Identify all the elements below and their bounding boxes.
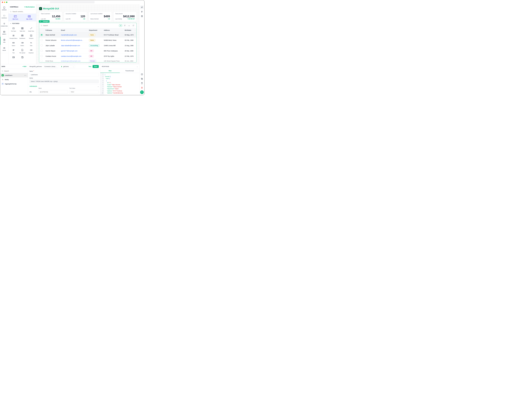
nav-screens[interactable]: SCREENS	[0, 4, 8, 12]
var-test-input[interactable]	[69, 90, 99, 93]
download-button[interactable]	[127, 24, 131, 27]
settings-button[interactable]	[140, 5, 144, 9]
ctrl-dropdown[interactable]: Dopdown	[27, 47, 35, 55]
row-checkbox[interactable]	[41, 50, 43, 52]
window-controls[interactable]	[2, 2, 7, 3]
ctrl-select[interactable]: Select	[9, 40, 18, 47]
action-select[interactable]: getUsers⌄	[60, 65, 75, 68]
ctrl-extra-2[interactable]	[18, 55, 27, 61]
response-header[interactable]: RESPONSE⌄	[100, 64, 139, 69]
clipboard-button[interactable]	[140, 82, 144, 85]
table-row[interactable]: Maria Gerhold maria81@example.com Sales …	[39, 32, 137, 38]
col-address[interactable]: Address↑↓	[102, 28, 123, 32]
test-button[interactable]: Test	[89, 66, 91, 67]
var-value-input[interactable]	[38, 90, 68, 93]
col-birthdate[interactable]: Birthdate↑↓	[123, 28, 137, 32]
variables-header[interactable]: VARIABLES⌄	[28, 84, 100, 88]
ctrl-button[interactable]: Button	[18, 40, 27, 47]
data-button[interactable]	[140, 14, 144, 18]
refresh-button[interactable]	[132, 24, 135, 27]
table-row[interactable]: Garrick Wayne garrick77@example.com HR 0…	[39, 48, 137, 54]
new-data-button[interactable]: + NEW	[22, 66, 26, 67]
ctrl-tabs[interactable]: Tabs	[27, 40, 35, 47]
data-search-input[interactable]	[4, 70, 26, 72]
table-row[interactable]: Candace Kunze candace.kunze@example.com …	[39, 54, 137, 59]
table-row[interactable]: Fermin Schumm fermin.schumm51@example.co…	[39, 38, 137, 43]
help-button[interactable]: ?	[140, 90, 144, 94]
data-search[interactable]	[0, 69, 28, 73]
row-checkbox[interactable]	[41, 60, 43, 62]
data-item-notify[interactable]: Notify	[0, 78, 28, 82]
maximize-dot[interactable]	[6, 2, 7, 3]
add-button[interactable]	[140, 73, 144, 76]
ctrl-table-grid[interactable]: Table Grid	[18, 26, 27, 33]
promo-sql-form[interactable]: SQL Form	[8, 14, 22, 21]
email-link[interactable]: maria81@example.com	[61, 34, 77, 36]
row-checkbox[interactable]	[41, 44, 43, 46]
col-email[interactable]: Email↑↓	[60, 28, 87, 32]
address-bar[interactable]	[50, 1, 95, 3]
ctrl-detail-view[interactable]: Detail View	[27, 26, 35, 33]
nav-rules[interactable]: RULES	[0, 45, 8, 53]
table-row[interactable]: Jalyn Labadie Jalyn.labadie@example.com …	[39, 43, 137, 48]
query-input[interactable]: Select * FROM Users WHERE city = {{city}…	[30, 80, 99, 83]
library-select[interactable]: Connector Library⌄	[43, 65, 58, 68]
row-checkbox[interactable]	[41, 34, 43, 36]
more-icon[interactable]: •••	[24, 75, 26, 76]
download-icon	[128, 25, 130, 26]
table-search[interactable]	[41, 25, 118, 26]
ctrl-text[interactable]: Text	[9, 47, 18, 55]
col-fullname[interactable]: Fullname↑↓	[44, 28, 60, 32]
nav-controls[interactable]: CONTROLS	[0, 12, 8, 21]
nav-connectors[interactable]: CONNECTORS	[0, 21, 8, 29]
cell-birthdate: 22 Feb, 1978	[123, 54, 137, 59]
controls-search[interactable]	[8, 10, 36, 14]
email-link[interactable]: Jalyn.labadie@example.com	[61, 45, 80, 47]
tab-transformed[interactable]: Transformed	[120, 69, 139, 73]
row-count-badge: 14	[119, 24, 122, 27]
tablegrid[interactable]: 14 Fullname↑↓ Email↑↓ Department↑↓	[39, 23, 137, 62]
copy-button[interactable]	[140, 77, 144, 81]
close-dot[interactable]	[2, 2, 3, 3]
row-checkbox[interactable]	[41, 39, 43, 41]
delete-button[interactable]	[140, 86, 144, 89]
response-code[interactable]: 12345678910 { "records":{ "rows":[ { "id…	[100, 73, 139, 95]
ctrl-extra-1[interactable]	[9, 55, 18, 61]
svg-rect-3	[3, 31, 5, 32]
data-item-aggregate[interactable]: JS AggregateUsers()	[0, 82, 28, 86]
email-link[interactable]: garrick77@example.com	[61, 50, 77, 52]
tab-raw[interactable]: Raw	[100, 69, 120, 73]
email-link[interactable]: fermin.schumm51@example.co...	[61, 39, 83, 41]
ctrl-textarea[interactable]: Textarea	[27, 33, 35, 40]
email-link[interactable]: candace.kunze@example.com	[61, 55, 81, 57]
cell-birthdate: 03 May, 1972	[123, 32, 137, 38]
featured-header[interactable]: FEATURED	[8, 21, 36, 26]
minimize-dot[interactable]	[4, 2, 5, 3]
nav-data[interactable]: Data	[0, 37, 8, 45]
ctrl-file-upload[interactable]: File upload	[18, 47, 27, 55]
cell-department: Sales	[87, 32, 102, 38]
ctrl-grouped-menu[interactable]: Grouped Menu	[9, 33, 18, 40]
save-button[interactable]: Save	[93, 65, 99, 68]
controls-search-input[interactable]	[12, 11, 35, 12]
actions-button[interactable]	[140, 10, 144, 14]
data-item-listofusers[interactable]: ListofUsers •••	[0, 73, 28, 78]
email-link[interactable]: emilydesigner@example.com	[61, 60, 81, 62]
nav-sheets[interactable]: SHEETS	[0, 29, 8, 37]
filter-button[interactable]	[123, 24, 127, 27]
table-search-input[interactable]	[43, 25, 118, 26]
name-input[interactable]	[30, 73, 99, 77]
tablegrid-tag[interactable]: ⠿↑Tablegrid	[39, 20, 50, 23]
vars-col-value: Value	[38, 88, 68, 89]
marketplace-link[interactable]: +Markertplace	[24, 6, 35, 8]
col-department[interactable]: Department↑↓	[87, 28, 102, 32]
svg-rect-28	[142, 78, 142, 80]
table-row[interactable]: Emily Rose emilydesigner@example.com Des…	[39, 59, 137, 62]
ctrl-text-input[interactable]: Text Input	[9, 26, 18, 33]
plus-square-icon	[141, 73, 143, 75]
cell-email: candace.kunze@example.com	[60, 54, 87, 59]
ctrl-dashboard[interactable]: Dashboard	[18, 33, 27, 40]
wand-icon	[30, 27, 32, 30]
row-checkbox[interactable]	[41, 55, 43, 57]
promo-sql-crud[interactable]: SQL CRUD	[22, 14, 36, 21]
